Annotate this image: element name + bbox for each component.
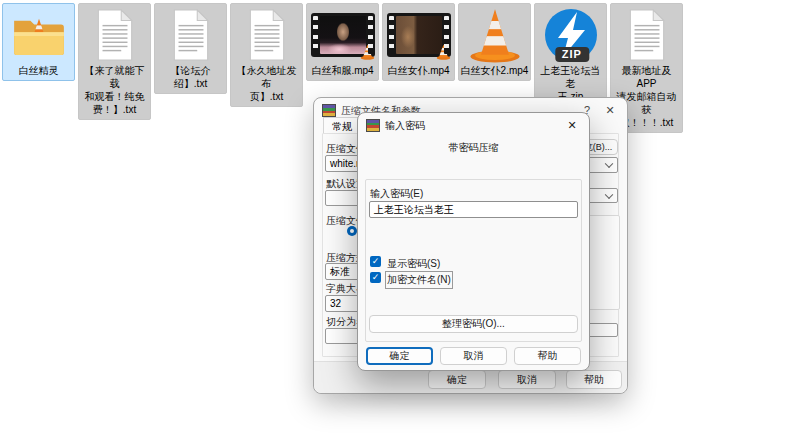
desktop-icon-label: 白丝女仆.mp4 (386, 64, 450, 77)
folder-icon (3, 6, 74, 64)
vlc-cone-badge-icon (435, 43, 452, 60)
desktop-icon-txt-2[interactable]: 【论坛介绍】.txt (154, 3, 227, 94)
desktop-icon-zip[interactable]: ZIP 上老王论坛当老 王.zip (534, 3, 607, 107)
desktop-icon-txt-3[interactable]: 【永久地址发布 页】.txt (230, 3, 303, 107)
vlc-cone-icon (459, 6, 530, 64)
password-dialog-subtitle: 带密码压缩 (358, 141, 589, 155)
ok-button[interactable]: 确定 (428, 370, 486, 389)
winrar-icon (322, 104, 336, 117)
close-icon[interactable]: ✕ (562, 117, 582, 134)
help-button[interactable]: 帮助 (514, 347, 581, 365)
desktop-icon-folder[interactable]: 白丝精灵 (2, 3, 75, 81)
cancel-button[interactable]: 取消 (498, 370, 556, 389)
help-button[interactable]: 帮助 (566, 370, 622, 389)
filmstrip-icon (307, 6, 378, 64)
desktop-icon-label: 白丝女仆2.mp4 (460, 64, 530, 77)
winrar-icon (366, 119, 380, 132)
filmstrip-icon (383, 6, 454, 64)
text-file-icon (611, 6, 682, 64)
password-dialog: 输入密码 ✕ 带密码压缩 输入密码(E) 上老王论坛当老王 显示密码(S) 加密… (357, 112, 590, 371)
text-file-icon (231, 6, 302, 64)
bandizip-icon: ZIP (535, 6, 606, 64)
chevron-down-icon (605, 190, 613, 198)
desktop-icon-label: 白丝精灵 (18, 64, 60, 77)
zip-badge: ZIP (555, 47, 589, 62)
chevron-down-icon (605, 160, 613, 168)
desktop-icon-label: 【论坛介绍】.txt (155, 64, 226, 90)
text-file-icon (155, 6, 226, 64)
desktop: 白丝精灵 【来了就能下载 和观看！纯免 费！】.txt 【论坛介绍】.txt 【… (0, 0, 800, 433)
close-icon[interactable]: ✕ (600, 102, 620, 119)
ok-button[interactable]: 确定 (366, 347, 433, 365)
desktop-icon-label: 【永久地址发布 页】.txt (231, 64, 302, 103)
password-label: 输入密码(E) (370, 187, 423, 201)
password-input[interactable]: 上老王论坛当老王 (369, 201, 578, 218)
show-password-label: 显示密码(S) (387, 257, 440, 271)
text-file-icon (79, 6, 150, 64)
password-dialog-titlebar: 输入密码 ✕ (358, 113, 589, 139)
format-rar-radio[interactable] (347, 226, 357, 236)
desktop-icon-txt-1[interactable]: 【来了就能下载 和观看！纯免 费！】.txt (78, 3, 151, 120)
organize-passwords-button[interactable]: 整理密码(O)... (369, 315, 578, 333)
desktop-icon-label: 【来了就能下载 和观看！纯免 费！】.txt (79, 64, 150, 116)
vlc-cone-badge-icon (359, 43, 376, 60)
desktop-icon-video-3[interactable]: 白丝女仆2.mp4 (458, 3, 531, 81)
show-password-checkbox[interactable] (370, 256, 381, 267)
desktop-icon-label: 白丝和服.mp4 (310, 64, 374, 77)
password-dialog-title: 输入密码 (385, 119, 425, 133)
desktop-icon-video-1[interactable]: 白丝和服.mp4 (306, 3, 379, 81)
desktop-icon-video-2[interactable]: 白丝女仆.mp4 (382, 3, 455, 81)
encrypt-names-label: 加密文件名(N) (387, 273, 451, 287)
cancel-button[interactable]: 取消 (440, 347, 507, 365)
encrypt-names-checkbox[interactable] (370, 272, 381, 283)
